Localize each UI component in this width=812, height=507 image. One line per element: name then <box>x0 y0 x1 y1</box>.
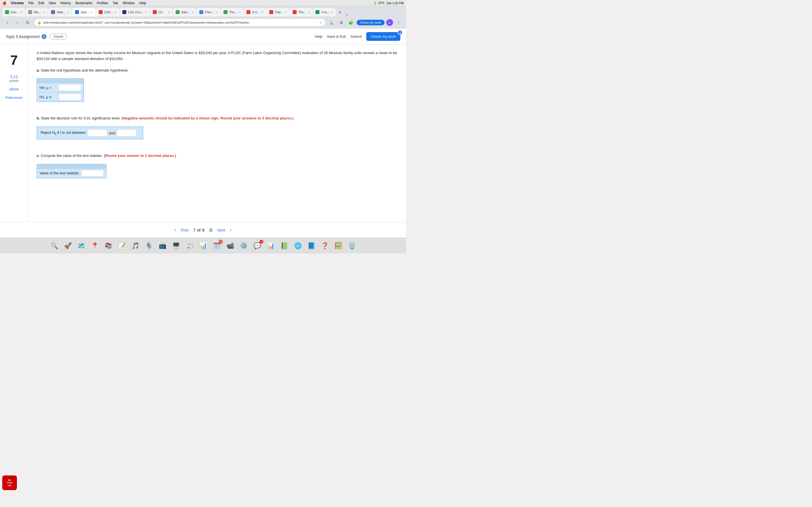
dock-excel[interactable]: 📗 <box>278 240 290 251</box>
tab-close-0[interactable]: × <box>20 10 22 14</box>
dock-word[interactable]: 📘 <box>306 240 317 251</box>
tab-label-13: Cou... <box>321 10 329 14</box>
bookmark-icon[interactable]: ☆ <box>319 21 322 24</box>
screen-icon[interactable]: 🖥 <box>338 18 345 26</box>
tab-label-5: LSU Cou... <box>128 10 143 14</box>
tab-close-3[interactable]: × <box>91 10 93 14</box>
dock-notes[interactable]: 📝 <box>116 240 128 251</box>
tab-label-0: Edu... <box>11 10 19 14</box>
dock-music[interactable]: 🎵 <box>130 240 141 251</box>
menu-history[interactable]: History <box>60 1 71 5</box>
dock-maps2[interactable]: 📍 <box>89 240 100 251</box>
h-subscript: 0 <box>55 132 56 135</box>
submit-button[interactable]: Submit <box>350 34 362 39</box>
references-link[interactable]: References <box>5 96 22 100</box>
check-work-button[interactable]: Check my work 3 <box>366 32 400 41</box>
address-bar[interactable]: 🔒 ezto.mheducation.com/ext/map/index.htm… <box>34 18 326 26</box>
menu-dots-icon[interactable]: ⋮ <box>395 18 403 26</box>
dock-powerpoint[interactable]: 📊 <box>265 240 276 251</box>
tab-close-9[interactable]: × <box>239 10 241 14</box>
extension-icon[interactable]: 🧩 <box>347 18 355 26</box>
menu-bookmarks[interactable]: Bookmarks <box>75 1 93 5</box>
dock-help[interactable]: ❓ <box>319 240 331 251</box>
tab-1[interactable]: Stu... × <box>26 8 48 16</box>
menu-view[interactable]: View <box>49 1 56 5</box>
dock-chrome[interactable]: 🌐 <box>292 240 303 251</box>
tab-3-active[interactable]: Que... × <box>72 8 95 16</box>
tab-5[interactable]: LSU Cou... × <box>119 8 149 16</box>
menu-chrome[interactable]: Chrome <box>11 1 24 5</box>
help-button[interactable]: Help <box>315 34 322 39</box>
next-arrow[interactable]: › <box>230 227 232 233</box>
dock-keynote[interactable]: 🖥️ <box>170 240 182 251</box>
tab-2[interactable]: Halo... × <box>48 8 72 16</box>
back-button[interactable]: ‹ <box>3 18 11 26</box>
cast-icon[interactable]: 📡 <box>328 18 336 26</box>
profile-avatar[interactable]: L <box>386 19 393 26</box>
tab-close-1[interactable]: × <box>43 10 45 14</box>
tab-8[interactable]: Prac... × <box>197 8 220 16</box>
ebook-link[interactable]: eBook <box>9 87 18 91</box>
apple-menu[interactable]: 🍎 <box>2 1 6 5</box>
tab-4[interactable]: (182... × <box>96 8 119 16</box>
save-exit-button[interactable]: Save & Exit <box>327 34 346 39</box>
tab-6[interactable]: Ch... × <box>150 8 172 16</box>
menu-edit[interactable]: Edit <box>38 1 44 5</box>
tab-7[interactable]: Sale... × <box>173 8 197 16</box>
tab-close-12[interactable]: × <box>308 10 310 14</box>
tab-close-13[interactable]: × <box>331 10 333 14</box>
new-tab-button[interactable]: + <box>336 8 344 16</box>
tab-close-10[interactable]: × <box>262 10 263 14</box>
forward-button[interactable]: › <box>13 18 21 26</box>
dock-trash[interactable]: 🗑️ <box>346 240 357 251</box>
menu-window[interactable]: Window <box>123 1 135 5</box>
menu-profiles[interactable]: Profiles <box>97 1 108 5</box>
h1-input[interactable] <box>59 94 81 100</box>
tab-close-11[interactable]: × <box>285 10 287 14</box>
dock-numbers[interactable]: 📊 <box>197 240 209 251</box>
dock-facetime[interactable]: 📹 <box>224 240 236 251</box>
decision-input-2[interactable] <box>117 129 137 136</box>
test-stat-input[interactable] <box>81 170 104 177</box>
grid-view-icon[interactable]: ⊞ <box>209 227 213 233</box>
info-icon[interactable]: i <box>42 34 47 39</box>
menu-help[interactable]: Help <box>139 1 146 5</box>
tab-close-6[interactable]: × <box>168 10 169 14</box>
tab-12[interactable]: The... × <box>290 8 313 16</box>
decision-input-1[interactable] <box>87 129 107 136</box>
tab-11[interactable]: Che... × <box>266 8 290 16</box>
tab-close-4[interactable]: × <box>115 10 116 14</box>
refresh-button[interactable]: ↻ <box>24 18 32 26</box>
tab-close-8[interactable]: × <box>216 10 217 14</box>
update-button[interactable]: Check my work <box>357 20 385 25</box>
menu-file[interactable]: File <box>28 1 34 5</box>
tab-10[interactable]: A U... × <box>244 8 266 16</box>
prev-label[interactable]: Prev <box>181 228 189 232</box>
tab-13[interactable]: Cou... × <box>313 8 336 16</box>
next-label[interactable]: Next <box>217 228 225 232</box>
tab-close-7[interactable]: × <box>192 10 193 14</box>
tab-favicon-2 <box>51 10 55 14</box>
dock-maps[interactable]: 🗺️ <box>75 240 87 251</box>
dock-settings[interactable]: ⚙️ <box>238 240 249 251</box>
part-a-text: a. State the null hypothesis and the alt… <box>37 68 398 73</box>
tab-0[interactable]: Edu... × <box>2 8 25 16</box>
tab-overflow-icon[interactable]: ⌄ <box>345 12 349 16</box>
dock-preview[interactable]: 🖼️ <box>333 240 344 251</box>
tab-9[interactable]: The... × <box>221 8 244 16</box>
tab-close-5[interactable]: × <box>145 10 147 14</box>
dock-calendar[interactable]: 🗓️ 18 <box>211 240 222 251</box>
tab-close-2[interactable]: × <box>67 10 69 14</box>
dock-tv[interactable]: 📺 <box>157 240 168 251</box>
dock-books[interactable]: 📚 <box>103 240 114 251</box>
menu-tab[interactable]: Tab <box>113 1 118 5</box>
part-b: b. State the decision rule for 0.01 sign… <box>37 115 398 142</box>
dock-news[interactable]: 📰 <box>184 240 195 251</box>
tab-label-11: Che... <box>275 10 283 14</box>
dock-podcasts[interactable]: 🎙️ <box>143 240 154 251</box>
dock-launchpad[interactable]: 🚀 <box>62 240 73 251</box>
dock-finder[interactable]: 🔍 <box>49 240 60 251</box>
h0-input[interactable] <box>59 84 81 91</box>
dock-messages[interactable]: 💬 • <box>252 240 263 251</box>
prev-arrow[interactable]: ‹ <box>174 227 176 233</box>
